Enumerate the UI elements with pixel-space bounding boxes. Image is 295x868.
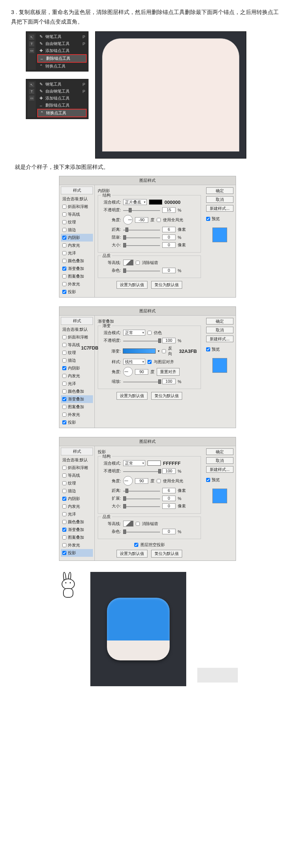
style-drop-shadow[interactable]: 投影 — [61, 419, 93, 426]
style-bevel[interactable]: 斜面和浮雕 — [61, 203, 93, 211]
color-swatch[interactable] — [148, 461, 161, 466]
choke-slider[interactable] — [123, 235, 160, 240]
color-swatch[interactable] — [149, 199, 162, 205]
spread-slider[interactable] — [123, 496, 160, 501]
style-outer-glow[interactable]: 外发光 — [61, 411, 93, 419]
distance-value[interactable]: 6 — [162, 488, 176, 493]
spread-value[interactable]: 0 — [162, 496, 176, 501]
style-drop-shadow[interactable]: 投影 — [61, 549, 93, 557]
ok-button[interactable]: 确定 — [206, 318, 233, 324]
pen-tool-item[interactable]: ✎钢笔工具P — [37, 33, 87, 40]
cancel-button[interactable]: 取消 — [206, 196, 233, 203]
choke-value[interactable]: 0 — [162, 235, 176, 240]
make-default-button[interactable]: 设置为默认值 — [117, 281, 148, 289]
new-style-button[interactable]: 新建样式... — [206, 466, 233, 473]
style-stroke[interactable]: 描边 — [61, 357, 93, 364]
contour-picker[interactable] — [123, 521, 133, 527]
distance-value[interactable]: 6 — [162, 227, 176, 232]
blend-options-row[interactable]: 混合选项:默认 — [61, 456, 93, 464]
blend-mode-select[interactable]: 正片叠底 — [123, 199, 147, 205]
style-inner-glow[interactable]: 内发光 — [61, 503, 93, 510]
preview-check[interactable] — [206, 217, 210, 221]
opacity-value[interactable]: 100 — [162, 468, 176, 474]
style-inner-glow[interactable]: 内发光 — [61, 242, 93, 249]
size-value[interactable]: 0 — [162, 242, 176, 248]
style-color-overlay[interactable]: 颜色叠加 — [61, 257, 93, 265]
ok-button[interactable]: 确定 — [206, 187, 233, 194]
noise-value[interactable]: 0 — [162, 268, 176, 273]
style-gradient-overlay[interactable]: 渐变叠加 — [61, 265, 93, 272]
preview-check[interactable] — [206, 347, 210, 351]
align-layer-check[interactable] — [148, 360, 152, 364]
opacity-value[interactable]: 100 — [162, 338, 176, 343]
distance-slider[interactable] — [123, 228, 160, 232]
scale-slider[interactable] — [123, 379, 160, 384]
new-style-button[interactable]: 新建样式... — [206, 336, 233, 342]
style-drop-shadow[interactable]: 投影 — [61, 288, 93, 296]
antialias-check[interactable] — [136, 261, 140, 265]
size-slider[interactable] — [123, 243, 160, 247]
style-inner-shadow[interactable]: 内阴影 — [61, 234, 93, 242]
ok-button[interactable]: 确定 — [206, 448, 233, 455]
style-inner-shadow[interactable]: 内阴影 — [61, 364, 93, 372]
reset-alignment-button[interactable]: 重置对齐 — [157, 368, 180, 376]
size-slider[interactable] — [123, 504, 160, 508]
delete-anchor-item[interactable]: –删除锚点工具 — [37, 54, 87, 63]
blend-options-row[interactable]: 混合选项:默认 — [61, 195, 93, 203]
noise-value[interactable]: 0 — [162, 529, 176, 534]
opacity-slider[interactable] — [123, 469, 160, 473]
knockout-check[interactable] — [134, 543, 138, 547]
gradient-style-select[interactable]: 线性 — [123, 359, 145, 365]
delete-anchor-item[interactable]: –删除锚点工具 — [37, 102, 87, 109]
style-outer-glow[interactable]: 外发光 — [61, 541, 93, 549]
angle-value[interactable]: -90 — [135, 217, 148, 223]
style-gradient-overlay[interactable]: 渐变叠加 — [61, 526, 93, 534]
reset-default-button[interactable]: 复位为默认值 — [151, 550, 182, 558]
make-default-button[interactable]: 设置为默认值 — [117, 550, 148, 558]
style-satin[interactable]: 光泽 — [61, 380, 93, 388]
reset-default-button[interactable]: 复位为默认值 — [151, 392, 182, 400]
angle-value[interactable]: 90 — [135, 369, 148, 375]
noise-slider[interactable] — [123, 268, 160, 273]
reset-default-button[interactable]: 复位为默认值 — [151, 281, 182, 289]
angle-dial[interactable] — [123, 476, 133, 486]
gradient-bar[interactable] — [123, 348, 156, 354]
convert-point-item[interactable]: ⌃转换点工具 — [37, 109, 87, 117]
cancel-button[interactable]: 取消 — [206, 327, 233, 333]
add-anchor-item[interactable]: ✚添加锚点工具 — [37, 95, 87, 102]
style-pattern-overlay[interactable]: 图案叠加 — [61, 403, 93, 411]
new-style-button[interactable]: 新建样式... — [206, 205, 233, 212]
angle-dial[interactable] — [123, 215, 133, 225]
preview-check[interactable] — [206, 478, 210, 482]
style-inner-glow[interactable]: 内发光 — [61, 372, 93, 380]
freeform-pen-item[interactable]: ✎自由钢笔工具P — [37, 88, 87, 95]
style-satin[interactable]: 光泽 — [61, 249, 93, 257]
dither-check[interactable] — [148, 331, 152, 335]
convert-point-item[interactable]: ⌃转换点工具 — [37, 63, 87, 70]
noise-slider[interactable] — [123, 530, 160, 534]
contour-picker[interactable] — [123, 260, 133, 265]
style-contour[interactable]: 等高线 — [61, 211, 93, 218]
distance-slider[interactable] — [123, 489, 160, 493]
opacity-value[interactable]: 15 — [162, 207, 176, 213]
global-light-check[interactable] — [157, 479, 161, 483]
blend-options-row[interactable]: 混合选项:默认 — [61, 326, 93, 333]
make-default-button[interactable]: 设置为默认值 — [117, 392, 148, 400]
antialias-check[interactable] — [136, 522, 140, 526]
style-stroke[interactable]: 描边 — [61, 226, 93, 234]
freeform-pen-item[interactable]: ✎自由钢笔工具P — [37, 40, 87, 47]
cancel-button[interactable]: 取消 — [206, 457, 233, 464]
style-gradient-overlay[interactable]: 渐变叠加 — [61, 395, 93, 403]
scale-value[interactable]: 100 — [162, 379, 176, 384]
style-color-overlay[interactable]: 颜色叠加 — [61, 388, 93, 395]
style-color-overlay[interactable]: 颜色叠加 — [61, 518, 93, 526]
style-bevel[interactable]: 斜面和浮雕 — [61, 333, 93, 341]
pen-tool-item[interactable]: ✎钢笔工具P — [37, 81, 87, 88]
style-inner-shadow[interactable]: 内阴影 — [61, 495, 93, 503]
blend-mode-select[interactable]: 正常 — [123, 460, 145, 466]
style-pattern-overlay[interactable]: 图案叠加 — [61, 272, 93, 280]
add-anchor-item[interactable]: ✚添加锚点工具 — [37, 47, 87, 54]
style-bevel[interactable]: 斜面和浮雕 — [61, 464, 93, 472]
style-texture[interactable]: 纹理 — [61, 218, 93, 226]
reverse-check[interactable] — [162, 349, 166, 353]
